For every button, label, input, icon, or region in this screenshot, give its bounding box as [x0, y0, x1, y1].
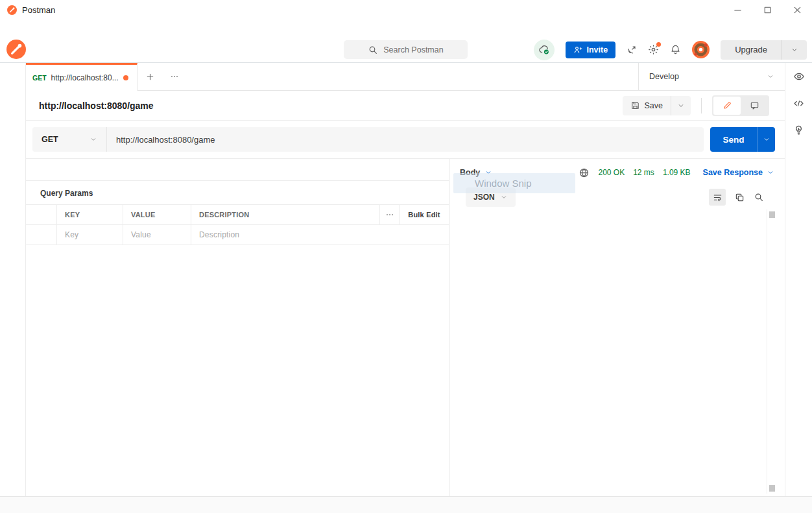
chevron-down-icon: [791, 46, 798, 54]
maximize-icon: [763, 5, 772, 15]
chevron-down-icon: [500, 193, 508, 201]
bell-icon: [670, 44, 681, 55]
plus-icon: [145, 72, 155, 82]
request-title: http://localhost:8080/game: [39, 101, 154, 111]
response-pane: Body 200 OK 12 ms 1.09 KB Save Response: [449, 159, 785, 496]
left-icon-sidebar: [0, 63, 26, 496]
code-snippet-icon[interactable]: [793, 98, 804, 109]
bulk-edit-button[interactable]: Bulk Edit: [400, 205, 449, 224]
row-handle-column: [26, 205, 57, 224]
query-params-title: Query Params: [26, 181, 449, 204]
chevron-down-icon: [677, 102, 685, 110]
tab-strip: GET http://localhost:80... Develop: [26, 63, 785, 91]
upgrade-label: Upgrade: [735, 45, 767, 54]
title-bar: Postman: [0, 0, 812, 20]
new-tab-button[interactable]: [137, 63, 162, 90]
divider: [701, 98, 702, 113]
chevron-down-icon: [484, 169, 492, 176]
environment-label: Develop: [649, 72, 679, 81]
description-input[interactable]: Description: [191, 225, 449, 245]
wrap-lines-button[interactable]: [709, 189, 726, 206]
capture-icon[interactable]: [627, 45, 637, 55]
send-button[interactable]: Send: [710, 127, 757, 152]
save-button-group: Save: [623, 96, 691, 115]
save-response-button[interactable]: Save Response: [703, 168, 774, 177]
url-input[interactable]: [107, 127, 704, 152]
row-checkbox-cell: [26, 225, 57, 245]
right-icon-sidebar: [785, 63, 812, 496]
comment-icon: [750, 101, 759, 110]
request-pane: Query Params KEY VALUE DESCRIPTION Bulk …: [26, 159, 449, 496]
request-response-panes: Query Params KEY VALUE DESCRIPTION Bulk …: [26, 159, 785, 496]
environment-selector[interactable]: Develop: [638, 63, 785, 90]
search-response-button[interactable]: [754, 192, 764, 202]
close-icon: [793, 5, 802, 15]
ellipsis-icon: [385, 210, 394, 219]
postman-logo-icon: [7, 5, 17, 15]
response-body-editor[interactable]: [449, 212, 785, 496]
request-tab[interactable]: GET http://localhost:80...: [26, 63, 137, 91]
request-header: http://localhost:8080/game Save: [26, 91, 785, 121]
tab-options-button[interactable]: [162, 63, 187, 90]
value-input[interactable]: Value: [123, 225, 191, 245]
time-badge[interactable]: 12 ms: [633, 168, 654, 177]
method-select[interactable]: GET: [32, 127, 107, 152]
window-controls: [722, 0, 812, 20]
send-dropdown-button[interactable]: [757, 127, 775, 152]
tab-method-label: GET: [32, 74, 47, 82]
edit-mode-button[interactable]: [713, 97, 741, 115]
settings-button[interactable]: [648, 44, 659, 55]
upgrade-button-group: Upgrade: [721, 40, 807, 60]
language-select[interactable]: JSON: [466, 187, 516, 207]
column-options-button[interactable]: [380, 205, 400, 224]
save-response-label: Save Response: [703, 168, 763, 177]
save-dropdown-button[interactable]: [671, 96, 691, 115]
lightbulb-icon[interactable]: [793, 125, 804, 136]
minimize-button[interactable]: [722, 0, 752, 20]
status-bar: [0, 496, 812, 513]
pencil-icon: [722, 101, 732, 110]
method-label: GET: [42, 135, 58, 144]
minimize-icon: [733, 5, 743, 15]
comment-mode-button[interactable]: [741, 97, 768, 115]
upgrade-button[interactable]: Upgrade: [721, 40, 782, 60]
language-label: JSON: [473, 193, 495, 202]
copy-button[interactable]: [735, 193, 745, 202]
response-view-label: Body: [460, 168, 480, 177]
send-button-group: Send: [710, 127, 775, 152]
scrollbar-thumb-top[interactable]: [769, 211, 775, 218]
scrollbar[interactable]: [767, 209, 776, 494]
postman-logo[interactable]: [6, 40, 26, 59]
response-meta-bar: Body 200 OK 12 ms 1.09 KB Save Response: [449, 164, 785, 181]
save-icon: [630, 101, 640, 110]
size-badge[interactable]: 1.09 KB: [663, 168, 691, 177]
sync-status-button[interactable]: [534, 40, 555, 60]
key-input[interactable]: Key: [57, 225, 123, 245]
response-view-select[interactable]: Body: [460, 168, 492, 177]
avatar[interactable]: [692, 41, 710, 58]
request-tabs: [26, 159, 449, 181]
status-badge[interactable]: 200 OK: [598, 168, 625, 177]
search-input[interactable]: Search Postman: [344, 40, 468, 59]
workspace-area: GET http://localhost:80... Develop http:…: [26, 63, 785, 496]
edit-comment-toggle: [712, 95, 769, 116]
scrollbar-thumb-bottom[interactable]: [769, 485, 775, 492]
table-header-row: KEY VALUE DESCRIPTION Bulk Edit: [26, 205, 449, 225]
column-header-key: KEY: [57, 205, 123, 224]
window-title: Postman: [22, 5, 55, 15]
invite-button[interactable]: Invite: [566, 42, 615, 58]
close-button[interactable]: [782, 0, 812, 20]
main-area: GET http://localhost:80... Develop http:…: [0, 63, 812, 496]
search-placeholder: Search Postman: [383, 45, 443, 54]
maximize-button[interactable]: [752, 0, 782, 20]
upgrade-dropdown-button[interactable]: [782, 40, 807, 60]
eye-icon[interactable]: [793, 71, 805, 82]
ellipsis-icon: [170, 72, 179, 81]
menu-bar: [0, 20, 812, 36]
save-button[interactable]: Save: [623, 96, 672, 115]
app-header: Search Postman Invite Upgrade: [0, 36, 812, 63]
notifications-button[interactable]: [670, 44, 681, 55]
chevron-down-icon: [90, 136, 97, 143]
table-row: Key Value Description: [26, 225, 449, 245]
globe-icon[interactable]: [579, 167, 590, 178]
